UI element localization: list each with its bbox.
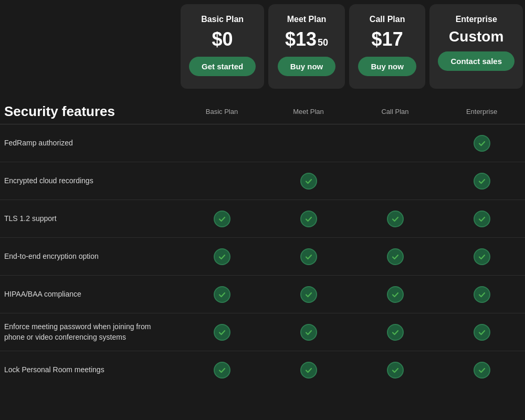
col-label-meet: Meet Plan: [265, 108, 352, 116]
plan-card-call: Call Plan $17 Buy now: [349, 4, 426, 89]
col-label-basic: Basic Plan: [178, 108, 265, 116]
check-icon: [387, 248, 404, 265]
feature-cell-basic: [178, 362, 265, 379]
check-icon: [300, 173, 317, 190]
feature-name: End-to-end encryption option: [0, 251, 178, 262]
feature-cell-enterprise: [438, 248, 525, 265]
check-icon: [214, 211, 230, 227]
enterprise-cta-button[interactable]: Contact sales: [438, 51, 514, 71]
feature-row: End-to-end encryption option: [0, 238, 525, 276]
feature-cell-enterprise: [438, 362, 525, 379]
feature-cell-call: [352, 362, 438, 379]
section-title: Security features: [0, 103, 178, 120]
feature-name: Encrypted cloud recordings: [0, 176, 178, 186]
check-icon: [300, 324, 317, 341]
feature-cell-basic: [178, 248, 265, 265]
check-icon: [387, 211, 404, 227]
feature-cell-call: [352, 324, 438, 341]
section-header-row: Security features Basic Plan Meet Plan C…: [0, 93, 525, 124]
plan-name-basic: Basic Plan: [201, 15, 244, 24]
feature-cell-enterprise: [438, 324, 525, 341]
check-icon: [474, 324, 490, 341]
check-icon: [474, 362, 490, 379]
plan-card-meet: Meet Plan $1350 Buy now: [268, 4, 345, 89]
col-label-call: Call Plan: [352, 108, 438, 116]
plan-card-basic: Basic Plan $0 Get started: [181, 4, 264, 89]
plan-price-basic: $0: [212, 28, 233, 50]
feature-cell-meet: [265, 211, 352, 227]
feature-cell-basic: [178, 211, 265, 227]
feature-cell-meet: [265, 173, 352, 190]
plan-name-call: Call Plan: [370, 15, 405, 24]
feature-name: Lock Personal Room meetings: [0, 365, 178, 375]
plan-price-call: $17: [372, 28, 403, 50]
feature-name: HIPAA/BAA compliance: [0, 289, 178, 300]
pricing-table: Basic Plan $0 Get started Meet Plan $135…: [0, 0, 525, 389]
check-icon: [387, 324, 404, 341]
check-icon: [214, 248, 230, 265]
feature-cell-meet: [265, 248, 352, 265]
feature-cell-enterprise: [438, 173, 525, 190]
feature-cell-enterprise: [438, 286, 525, 303]
check-icon: [300, 362, 317, 379]
feature-cell-meet: [265, 362, 352, 379]
feature-name: TLS 1.2 support: [0, 214, 178, 224]
features-container: FedRamp authorized Encrypted cloud recor…: [0, 124, 525, 389]
feature-cell-meet: [265, 324, 352, 341]
plan-price-meet: $1350: [285, 28, 328, 50]
feature-row: Encrypted cloud recordings: [0, 162, 525, 200]
plan-name-meet: Meet Plan: [287, 15, 327, 24]
check-icon: [387, 286, 404, 303]
check-icon: [474, 135, 490, 152]
plan-header-row: Basic Plan $0 Get started Meet Plan $135…: [0, 0, 525, 93]
header-empty-cell: [0, 0, 178, 93]
feature-cell-call: [352, 211, 438, 227]
feature-row: TLS 1.2 support: [0, 200, 525, 238]
plan-price-enterprise: Custom: [449, 28, 503, 45]
check-icon: [300, 211, 317, 227]
check-icon: [214, 286, 230, 303]
feature-row: HIPAA/BAA compliance: [0, 276, 525, 313]
feature-cell-enterprise: [438, 135, 525, 152]
meet-cta-button[interactable]: Buy now: [278, 57, 336, 76]
feature-row: Enforce meeting password when joining fr…: [0, 313, 525, 351]
check-icon: [300, 286, 317, 303]
check-icon: [214, 324, 230, 341]
feature-cell-enterprise: [438, 211, 525, 227]
feature-cell-call: [352, 286, 438, 303]
feature-cell-basic: [178, 286, 265, 303]
check-icon: [474, 211, 490, 227]
feature-name: Enforce meeting password when joining fr…: [0, 322, 178, 342]
check-icon: [474, 248, 490, 265]
feature-cell-meet: [265, 286, 352, 303]
feature-name: FedRamp authorized: [0, 138, 178, 149]
check-icon: [300, 248, 317, 265]
feature-row: FedRamp authorized: [0, 124, 525, 162]
col-label-enterprise: Enterprise: [438, 108, 525, 116]
check-icon: [474, 173, 490, 190]
feature-row: Lock Personal Room meetings: [0, 351, 525, 389]
check-icon: [387, 362, 404, 379]
check-icon: [474, 286, 490, 303]
plan-name-enterprise: Enterprise: [456, 15, 497, 24]
feature-cell-call: [352, 248, 438, 265]
call-cta-button[interactable]: Buy now: [358, 57, 416, 76]
feature-cell-basic: [178, 324, 265, 341]
check-icon: [214, 362, 230, 379]
basic-cta-button[interactable]: Get started: [189, 57, 256, 76]
plan-card-enterprise: Enterprise Custom Contact sales: [429, 4, 523, 89]
